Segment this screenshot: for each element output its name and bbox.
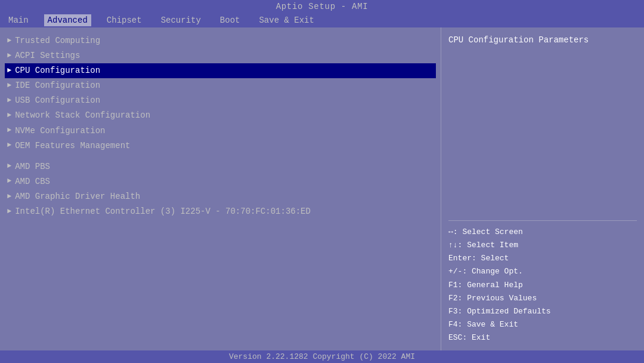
menu-bar: MainAdvancedChipsetSecurityBootSave & Ex… bbox=[0, 13, 644, 27]
list-separator bbox=[5, 153, 436, 159]
main-content: ►Trusted Computing►ACPI Settings►CPU Con… bbox=[0, 27, 644, 350]
menu-item-label: Intel(R) Ethernet Controller (3) I225-V … bbox=[15, 205, 311, 219]
key-hints: ↔: Select Screen↑↓: Select ItemEnter: Se… bbox=[448, 220, 637, 344]
key-hint: F4: Save & Exit bbox=[448, 318, 637, 331]
menu-item-main[interactable]: Main bbox=[5, 14, 32, 26]
menu-list-item[interactable]: ►Trusted Computing bbox=[5, 33, 436, 48]
menu-list-item[interactable]: ►AMD CBS bbox=[5, 174, 436, 189]
title-bar: Aptio Setup - AMI bbox=[0, 0, 644, 13]
menu-item-advanced[interactable]: Advanced bbox=[44, 14, 91, 26]
menu-item-label: AMD PBS bbox=[15, 160, 50, 174]
submenu-arrow-icon: ► bbox=[7, 80, 11, 92]
description-text: CPU Configuration Parameters bbox=[448, 35, 589, 45]
menu-list-item[interactable]: ►USB Configuration bbox=[5, 93, 436, 108]
submenu-arrow-icon: ► bbox=[7, 161, 11, 173]
key-hint: ESC: Exit bbox=[448, 331, 637, 344]
key-hint: ↑↓: Select Item bbox=[448, 239, 637, 252]
menu-list-item[interactable]: ►Intel(R) Ethernet Controller (3) I225-V… bbox=[5, 204, 436, 219]
left-panel: ►Trusted Computing►ACPI Settings►CPU Con… bbox=[0, 27, 441, 350]
menu-list-item[interactable]: ►NVMe Configuration bbox=[5, 124, 436, 139]
menu-item-label: Trusted Computing bbox=[15, 34, 100, 48]
menu-item-label: OEM Features Management bbox=[15, 139, 130, 153]
submenu-arrow-icon: ► bbox=[7, 35, 11, 47]
menu-item-label: Network Stack Configuration bbox=[15, 109, 150, 122]
submenu-arrow-icon: ► bbox=[7, 206, 11, 218]
menu-item-label: AMD Graphic Driver Health bbox=[15, 190, 140, 204]
menu-item-label: CPU Configuration bbox=[15, 64, 100, 78]
key-hint: F3: Optimized Defaults bbox=[448, 305, 637, 318]
submenu-arrow-icon: ► bbox=[7, 95, 11, 107]
key-hint: ↔: Select Screen bbox=[448, 226, 637, 239]
submenu-arrow-icon: ► bbox=[7, 125, 11, 137]
menu-list-item[interactable]: ►OEM Features Management bbox=[5, 139, 436, 153]
submenu-arrow-icon: ► bbox=[7, 50, 11, 62]
menu-list-item[interactable]: ►CPU Configuration bbox=[5, 63, 436, 78]
app-title: Aptio Setup - AMI bbox=[276, 2, 369, 11]
menu-list: ►Trusted Computing►ACPI Settings►CPU Con… bbox=[5, 33, 436, 219]
menu-item-label: NVMe Configuration bbox=[15, 124, 105, 138]
menu-list-item[interactable]: ►Network Stack Configuration bbox=[5, 108, 436, 123]
menu-item-label: AMD CBS bbox=[15, 175, 50, 189]
menu-item-chipset[interactable]: Chipset bbox=[103, 14, 145, 26]
menu-list-item[interactable]: ►IDE Configuration bbox=[5, 78, 436, 93]
menu-list-item[interactable]: ►ACPI Settings bbox=[5, 48, 436, 63]
menu-item-security[interactable]: Security bbox=[157, 14, 205, 26]
right-panel: CPU Configuration Parameters ↔: Select S… bbox=[441, 27, 644, 350]
menu-list-item[interactable]: ►AMD PBS bbox=[5, 159, 436, 174]
key-hint: F1: General Help bbox=[448, 279, 637, 292]
menu-item-label: USB Configuration bbox=[15, 94, 100, 107]
submenu-arrow-icon: ► bbox=[7, 176, 11, 187]
submenu-arrow-icon: ► bbox=[7, 65, 11, 77]
menu-item-boot[interactable]: Boot bbox=[216, 14, 244, 26]
menu-list-item[interactable]: ►AMD Graphic Driver Health bbox=[5, 189, 436, 204]
footer-text: Version 2.22.1282 Copyright (C) 2022 AMI bbox=[229, 352, 415, 361]
key-hint: F2: Previous Values bbox=[448, 292, 637, 305]
key-hint: +/-: Change Opt. bbox=[448, 265, 637, 278]
submenu-arrow-icon: ► bbox=[7, 191, 11, 203]
submenu-arrow-icon: ► bbox=[7, 140, 11, 152]
menu-item-label: IDE Configuration bbox=[15, 79, 100, 93]
key-hint: Enter: Select bbox=[448, 252, 637, 265]
menu-item-label: ACPI Settings bbox=[15, 49, 80, 63]
footer: Version 2.22.1282 Copyright (C) 2022 AMI bbox=[0, 350, 644, 363]
menu-item-save-and-exit[interactable]: Save & Exit bbox=[255, 14, 317, 26]
right-panel-description: CPU Configuration Parameters bbox=[448, 33, 637, 220]
submenu-arrow-icon: ► bbox=[7, 110, 11, 122]
